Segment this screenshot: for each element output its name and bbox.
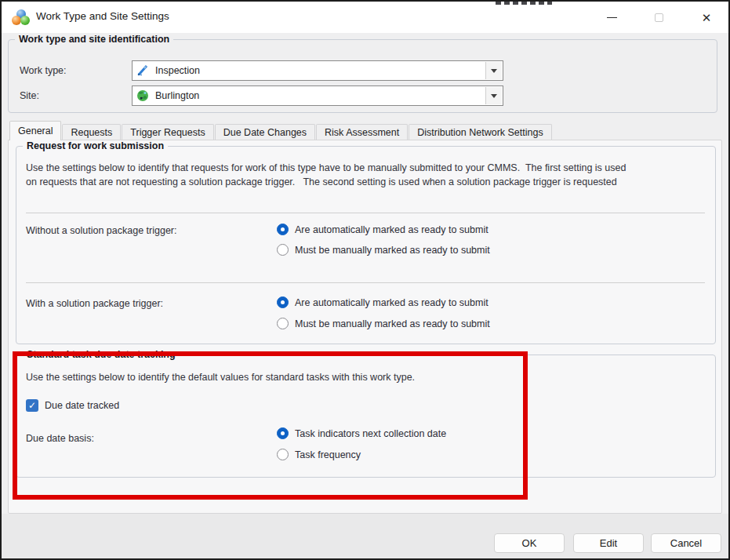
due-date-basis-label: Due date basis: <box>26 433 94 444</box>
with-trigger-label: With a solution package trigger: <box>26 298 163 309</box>
check-icon: ✓ <box>28 401 36 410</box>
radio-selected-icon <box>277 427 289 439</box>
site-dropdown-button[interactable] <box>485 87 502 104</box>
app-icon-sphere <box>20 16 30 25</box>
radio-selected-icon <box>277 296 289 308</box>
window-title: Work Type and Site Settings <box>36 10 169 22</box>
tab-risk-assessment[interactable]: Risk Assessment <box>316 124 408 140</box>
work-type-dropdown-button[interactable] <box>485 62 502 79</box>
radio-unselected-icon <box>277 449 289 460</box>
due-date-tracking-groupbox: Standard task due date tracking Use the … <box>16 355 716 478</box>
tab-requests[interactable]: Requests <box>62 124 121 140</box>
request-description-line2: on requests that are not requesting a so… <box>26 176 617 187</box>
radio-task-indicators[interactable]: Task indicators next collection date <box>277 427 446 439</box>
radio-task-frequency[interactable]: Task frequency <box>277 449 361 460</box>
work-type-label: Work type: <box>20 65 67 76</box>
without-trigger-label: Without a solution package trigger: <box>26 225 176 236</box>
work-type-site-settings-dialog: Work Type and Site Settings ✕ Work type … <box>0 0 730 560</box>
maximize-icon <box>655 13 663 22</box>
radio-without-manual[interactable]: Must be manually marked as ready to subm… <box>277 244 490 256</box>
title-bar: Work Type and Site Settings ✕ <box>2 2 728 33</box>
radio-unselected-icon <box>277 244 289 256</box>
radio-label: Are automatically marked as ready to sub… <box>295 297 488 308</box>
minimize-button[interactable] <box>594 2 629 33</box>
site-value: Burlington <box>155 90 199 101</box>
radio-label: Are automatically marked as ready to sub… <box>295 224 488 235</box>
request-description-line1: Use the settings below to identify that … <box>26 162 626 173</box>
identification-groupbox: Work type and site identification Work t… <box>8 39 717 113</box>
close-button[interactable]: ✕ <box>689 2 724 33</box>
edit-button[interactable]: Edit <box>573 533 644 553</box>
app-icon <box>12 9 31 26</box>
radio-without-auto[interactable]: Are automatically marked as ready to sub… <box>277 224 488 235</box>
site-label: Site: <box>20 90 39 101</box>
radio-label: Must be manually marked as ready to subm… <box>295 318 490 329</box>
tracking-description: Use the settings below to identify the d… <box>26 372 415 383</box>
radio-label: Task indicators next collection date <box>295 428 446 439</box>
radio-label: Must be manually marked as ready to subm… <box>295 245 490 256</box>
globe-icon <box>136 89 149 102</box>
work-type-dropdown[interactable]: Inspection <box>132 60 503 81</box>
tab-distribution-network-settings[interactable]: Distribution Network Settings <box>409 124 551 140</box>
maximize-button-disabled <box>641 2 676 33</box>
radio-with-manual[interactable]: Must be manually marked as ready to subm… <box>277 318 490 329</box>
chevron-down-icon <box>491 69 497 73</box>
site-dropdown[interactable]: Burlington <box>132 85 503 106</box>
dialog-footer: OK Edit Cancel <box>2 514 728 560</box>
tab-trigger-requests[interactable]: Trigger Requests <box>122 124 213 140</box>
due-date-tracking-legend: Standard task due date tracking <box>23 349 180 360</box>
cancel-button[interactable]: Cancel <box>651 533 721 553</box>
request-submission-legend: Request for work submission <box>23 140 168 151</box>
radio-selected-icon <box>277 224 289 235</box>
ok-button[interactable]: OK <box>494 533 565 553</box>
checkbox-checked-icon: ✓ <box>26 399 38 412</box>
chevron-down-icon <box>491 94 497 98</box>
radio-unselected-icon <box>277 318 289 329</box>
work-type-value: Inspection <box>155 65 200 76</box>
identification-legend: Work type and site identification <box>15 34 173 45</box>
separator <box>26 282 705 283</box>
request-submission-groupbox: Request for work submission Use the sett… <box>16 146 716 344</box>
minimize-icon <box>607 17 617 18</box>
checkbox-label: Due date tracked <box>45 400 119 411</box>
radio-label: Task frequency <box>295 449 361 460</box>
due-date-tracked-checkbox-row[interactable]: ✓ Due date tracked <box>26 399 119 412</box>
tab-strip: General Requests Trigger Requests Due Da… <box>9 121 553 140</box>
close-icon: ✕ <box>702 12 712 24</box>
radio-with-auto[interactable]: Are automatically marked as ready to sub… <box>277 296 488 308</box>
tab-due-date-changes[interactable]: Due Date Changes <box>215 124 315 140</box>
separator <box>26 213 705 213</box>
background-window-text-artifact <box>496 2 552 5</box>
tab-general[interactable]: General <box>9 121 61 140</box>
inspection-icon <box>136 64 149 77</box>
